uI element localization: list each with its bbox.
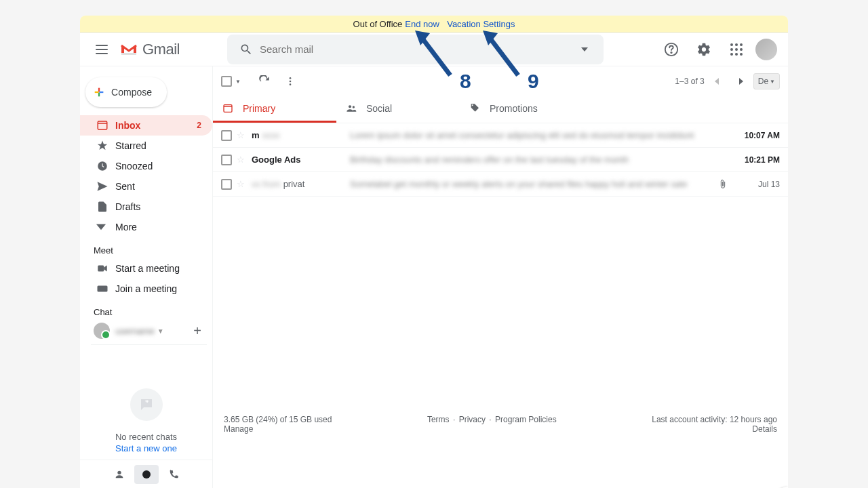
meet-start[interactable]: Start a meeting [80, 258, 212, 279]
nav-sent[interactable]: Sent [80, 176, 212, 197]
svg-point-4 [735, 43, 738, 46]
settings-button[interactable] [690, 36, 717, 63]
footer-hangouts-button[interactable] [134, 465, 159, 484]
svg-point-23 [290, 77, 292, 79]
attachment-icon [717, 179, 728, 190]
email-snippet: Lorem ipsum dolor sit amet consectetur a… [350, 130, 728, 140]
svg-point-10 [735, 53, 738, 56]
svg-rect-16 [98, 121, 107, 129]
footer-privacy-link[interactable]: Privacy [459, 415, 486, 424]
more-button[interactable] [277, 68, 303, 94]
email-time: 10:07 AM [736, 131, 780, 140]
row-checkbox[interactable] [221, 155, 232, 165]
nav-label: Starred [115, 140, 146, 151]
sender-name: m [252, 130, 260, 140]
footer-phone-button[interactable] [161, 465, 186, 484]
nav-starred[interactable]: Starred [80, 136, 212, 156]
svg-point-9 [730, 53, 733, 56]
main-menu-button[interactable] [85, 33, 118, 66]
search-icon[interactable] [233, 43, 260, 56]
activity-details-link[interactable]: Details [752, 424, 777, 434]
svg-point-3 [730, 43, 733, 46]
tab-promotions[interactable]: Promotions [460, 96, 583, 123]
page-next-button[interactable] [729, 69, 753, 94]
gmail-logo-text: Gmail [142, 41, 180, 58]
new-chat-button[interactable]: + [193, 323, 201, 339]
banner-vacation-settings-link[interactable]: Vacation Settings [447, 19, 515, 29]
star-toggle[interactable]: ☆ [237, 155, 245, 165]
meet-join[interactable]: Join a meeting [80, 279, 212, 299]
sender-name: privat [283, 179, 305, 189]
search-bar[interactable] [227, 35, 604, 64]
select-all-checkbox[interactable] [221, 76, 232, 87]
inbox-icon [222, 103, 233, 114]
row-checkbox[interactable] [221, 130, 232, 141]
email-snippet: Somelabel get monthly or weekly alerts o… [350, 179, 712, 189]
nav-label: Snoozed [115, 161, 153, 171]
svg-point-29 [472, 104, 473, 106]
email-time: 10:21 PM [736, 155, 780, 165]
gear-icon [696, 42, 711, 57]
search-input[interactable] [260, 43, 571, 55]
star-icon [96, 140, 115, 152]
tab-primary[interactable]: Primary [213, 96, 336, 123]
chat-user-item[interactable]: username ▼ + [80, 320, 212, 342]
svg-point-28 [353, 106, 355, 108]
activity-text: Last account activity: 12 hours ago [652, 415, 777, 424]
apps-button[interactable] [723, 36, 750, 63]
chat-start-new-link[interactable]: Start a new one [80, 443, 212, 453]
nav-more[interactable]: More [80, 217, 212, 237]
chevron-down-icon[interactable]: ▼ [157, 327, 164, 335]
chevron-down-icon [96, 222, 115, 232]
svg-rect-15 [100, 92, 104, 93]
refresh-button[interactable] [252, 68, 277, 94]
support-button[interactable] [658, 36, 685, 63]
nav-label: More [115, 222, 137, 232]
inbox-count: 2 [197, 121, 201, 130]
chat-avatar [94, 323, 110, 339]
compose-button[interactable]: Compose [85, 77, 167, 107]
tab-label: Promotions [490, 103, 538, 114]
sidebar-footer [80, 460, 212, 488]
page-prev-button[interactable] [705, 69, 729, 94]
keyboard-icon [96, 283, 115, 295]
meet-section-title: Meet [80, 237, 212, 258]
row-checkbox[interactable] [221, 179, 232, 190]
pagination-text: 1–3 of 3 [675, 77, 704, 86]
footer-person-button[interactable] [107, 465, 132, 484]
search-options-button[interactable] [571, 47, 598, 52]
svg-rect-12 [98, 88, 100, 92]
svg-rect-14 [95, 92, 99, 93]
chevron-right-icon [738, 78, 745, 85]
svg-point-25 [290, 83, 292, 85]
account-avatar[interactable] [755, 39, 777, 60]
header: Gmail [80, 33, 788, 66]
footer-terms-link[interactable]: Terms [427, 415, 450, 424]
nav-drafts[interactable]: Drafts [80, 197, 212, 217]
tab-social[interactable]: Social [336, 96, 460, 123]
nav-snoozed[interactable]: Snoozed [80, 156, 212, 176]
input-tool-button[interactable]: De ▼ [753, 73, 780, 89]
inbox-icon [96, 119, 115, 131]
svg-point-24 [290, 81, 292, 83]
plus-icon [94, 83, 104, 102]
banner-end-now-link[interactable]: End now [405, 19, 439, 29]
out-of-office-banner: Out of Office End now Vacation Settings [80, 16, 788, 33]
toolbar: ▼ 1–3 of 3 De ▼ [213, 66, 788, 96]
gmail-logo[interactable]: Gmail [121, 41, 180, 58]
email-row[interactable]: ☆ Google Ads Birthday discounts and remi… [213, 148, 788, 172]
star-toggle[interactable]: ☆ [237, 179, 245, 189]
nav-label: Drafts [115, 201, 140, 212]
sender-name: Google Ads [252, 155, 300, 165]
svg-rect-13 [98, 93, 100, 97]
nav-inbox[interactable]: Inbox 2 [80, 115, 212, 136]
svg-point-6 [730, 48, 733, 51]
email-list: ☆ mxxxx Lorem ipsum dolor sit amet conse… [213, 123, 788, 197]
chat-user-name: username [115, 326, 155, 336]
footer-policies-link[interactable]: Program Policies [495, 415, 557, 424]
storage-manage-link[interactable]: Manage [224, 424, 253, 434]
select-dropdown[interactable]: ▼ [235, 79, 241, 85]
email-row[interactable]: ☆ xx from privat Somelabel get monthly o… [213, 172, 788, 197]
email-row[interactable]: ☆ mxxxx Lorem ipsum dolor sit amet conse… [213, 123, 788, 148]
star-toggle[interactable]: ☆ [237, 130, 245, 140]
